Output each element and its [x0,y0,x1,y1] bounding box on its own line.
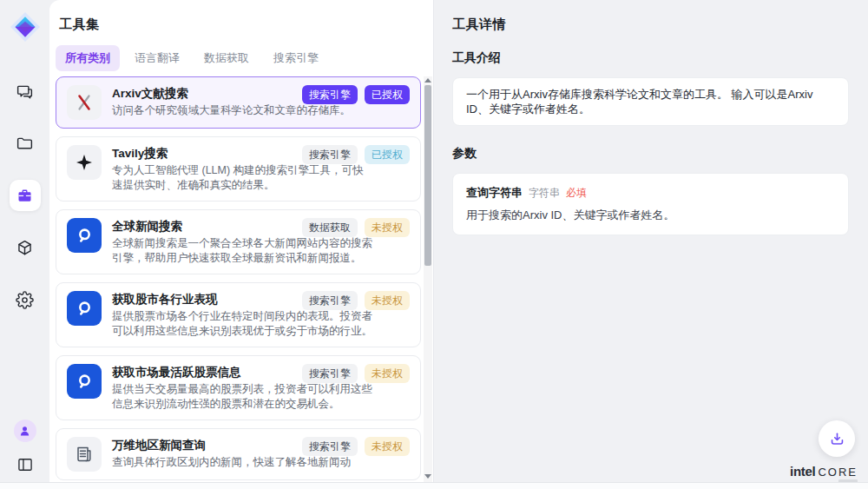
tab-all-categories[interactable]: 所有类别 [56,45,120,71]
tab-language-translation[interactable]: 语言翻译 [125,45,189,71]
intro-heading: 工具介绍 [434,50,868,66]
folder-icon [16,135,34,153]
intro-card: 一个用于从Arxiv存储库搜索科学论文和文章的工具。 输入可以是Arxiv ID… [452,77,849,126]
tool-description: 提供股票市场各个行业在特定时间段内的表现。投资者可以利用这些信息来识别表现优于或… [112,309,372,339]
parameter-card: 查询字符串 字符串 必填 用于搜索的Arxiv ID、关键字或作者姓名。 [452,173,849,235]
tool-card-list: Arxiv文献搜索 访问各个研究领域大量科学论文和文章的存储库。 搜索引擎 已授… [56,76,421,489]
blue-magnifier-icon [67,364,102,399]
app-logo-diamond-icon[interactable] [10,11,41,43]
user-avatar[interactable] [14,420,36,442]
tool-description: 专为人工智能代理 (LLM) 构建的搜索引擎工具，可快速提供实时、准确和真实的结… [112,163,372,193]
blue-magnifier-icon [67,291,102,326]
sidebar-item-chat[interactable] [10,76,41,107]
param-type: 字符串 [529,186,560,201]
auth-status-badge: 未授权 [365,291,410,310]
sidebar-item-packages[interactable] [10,232,41,263]
tool-card-tavily[interactable]: Tavily搜索 专为人工智能代理 (LLM) 构建的搜索引擎工具，可快速提供实… [56,136,421,202]
tool-description: 查询具体行政区划内的新闻，快速了解各地新闻动 [112,455,372,470]
tool-list-panel: 工具集 所有类别 语言翻译 数据获取 搜索引擎 Arxiv文献搜索 访问各个研究… [49,0,434,489]
auth-status-badge: 未授权 [365,364,410,383]
sidebar-item-settings[interactable] [10,284,41,315]
scrollbar-thumb[interactable] [424,85,431,266]
params-heading: 参数 [434,146,868,162]
cube-icon [16,239,34,257]
blue-magnifier-icon [67,218,102,253]
category-badge: 数据获取 [302,218,358,237]
user-icon [18,425,31,438]
tool-card-active-stocks[interactable]: 获取市场最活跃股票信息 提供当天交易量最高的股票列表，投资者可以利用这些信息来识… [56,355,421,420]
gear-icon [16,291,34,309]
scrollbar-up-arrow-icon[interactable] [424,78,431,83]
tool-card-arxiv[interactable]: Arxiv文献搜索 访问各个研究领域大量科学论文和文章的存储库。 搜索引擎 已授… [56,76,421,129]
tool-card-global-news[interactable]: 全球新闻搜索 全球新闻搜索是一个聚合全球各大新闻网站内容的搜索引擎，帮助用户快速… [56,209,421,274]
window-bottom-edge [0,482,868,489]
chat-icon [16,83,34,101]
sidebar-item-tools[interactable] [10,180,41,211]
download-tray-icon [829,431,845,447]
four-point-star-icon [67,145,102,180]
tool-description: 全球新闻搜索是一个聚合全球各大新闻网站内容的搜索引擎，帮助用户快速获取全球最新资… [112,236,372,266]
tool-detail-panel: 工具详情 工具介绍 一个用于从Arxiv存储库搜索科学论文和文章的工具。 输入可… [434,0,868,489]
collapse-panel-icon [16,456,34,473]
newspaper-icon [67,437,102,472]
tool-card-sector-performance[interactable]: 获取股市各行业表现 提供股票市场各个行业在特定时间段内的表现。投资者可以利用这些… [56,282,421,347]
toolbox-icon [16,187,34,205]
param-description: 用于搜索的Arxiv ID、关键字或作者姓名。 [466,208,835,223]
intel-wordmark: intel [790,464,815,479]
scrollbar-down-arrow-icon[interactable] [424,474,431,479]
category-badge: 搜索引擎 [302,85,358,104]
list-scrollbar[interactable] [424,76,432,489]
download-button[interactable] [819,420,855,457]
intel-core-logo: intel CORE [790,464,858,479]
tool-card-regional-news[interactable]: 万维地区新闻查询 查询具体行政区划内的新闻，快速了解各地新闻动 搜索引擎 未授权 [56,428,421,480]
param-required-flag: 必填 [566,186,587,201]
left-icon-rail [0,0,49,489]
param-name: 查询字符串 [466,185,523,201]
category-badge: 搜索引擎 [302,291,358,310]
category-badge: 搜索引擎 [302,145,358,164]
category-badge: 搜索引擎 [302,437,358,456]
tab-search-engine[interactable]: 搜索引擎 [264,45,328,71]
tool-description: 访问各个研究领域大量科学论文和文章的存储库。 [112,103,372,118]
collapse-sidebar-button[interactable] [13,453,37,477]
detail-title: 工具详情 [434,0,868,33]
category-badge: 搜索引擎 [302,364,358,383]
tool-description: 提供当天交易量最高的股票列表，投资者可以利用这些信息来识别流动性强的股票和潜在的… [112,382,372,412]
arxiv-x-logo-icon [67,85,102,120]
sidebar-item-files[interactable] [10,128,41,159]
auth-status-badge: 已授权 [365,145,410,164]
page-title: 工具集 [49,0,433,33]
auth-status-badge: 已授权 [365,85,410,104]
category-tabs: 所有类别 语言翻译 数据获取 搜索引擎 [49,33,433,71]
auth-status-badge: 未授权 [365,437,410,456]
tab-data-acquisition[interactable]: 数据获取 [194,45,259,71]
core-wordmark: CORE [818,466,858,479]
auth-status-badge: 未授权 [365,218,410,237]
